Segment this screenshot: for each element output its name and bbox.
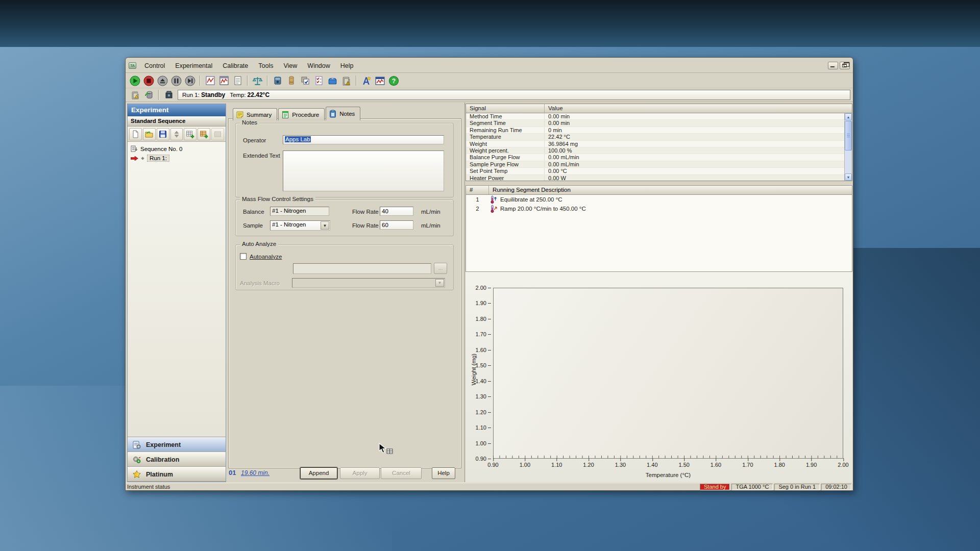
run-length-link[interactable]: 19.60 min. [241,469,270,477]
menu-item[interactable]: Control [139,61,170,71]
balance-flow-rate-input[interactable] [380,207,413,216]
balance-button[interactable] [251,74,264,87]
menu-item[interactable]: Calibrate [217,61,253,71]
segment-row[interactable]: 1 Equilibrate at 250.00 °C [466,195,852,204]
append-run-button[interactable] [198,128,210,140]
cooler-button[interactable] [326,74,339,87]
menu-items: ControlExperimentalCalibrateToolsViewWin… [139,61,359,71]
scroll-up-icon[interactable]: ▲ [845,113,852,120]
sample-flow-rate-input[interactable] [380,220,413,230]
window-content: Experiment Standard Sequence Sequence No… [126,103,853,483]
eject-icon [157,76,168,86]
insert-run-button[interactable] [184,128,197,140]
sequence-check-button[interactable] [298,74,312,87]
script-warning-icon [130,90,140,100]
instrument-button[interactable] [271,74,284,87]
scroll-down-icon[interactable]: ▼ [845,173,852,181]
script-status-button[interactable] [128,89,142,102]
table-row: Weight percent. 100.00 % [466,147,844,154]
y-tick-label: 1.60 [476,347,486,353]
menu-item[interactable]: View [278,61,302,71]
reorder-buttons[interactable] [170,128,183,140]
menu-item[interactable]: Experimental [170,61,217,71]
x-tick-label: 1.80 [774,462,785,468]
segment-row[interactable]: 2 Ramp 20.00 °C/min to 450.00 °C [466,204,852,213]
furnace-button[interactable] [284,74,298,87]
notes-group: Notes Operator Apps Lab Extended Text [235,123,454,197]
menu-item[interactable]: Help [335,61,359,71]
autoanalyze-checkbox[interactable] [240,253,247,260]
tree-run-label: Run 1: [147,155,169,162]
editor-footer: 01 19.60 min. Append Apply Cancel Help [227,467,463,480]
status-instrument: TGA 1000 °C [731,484,773,490]
segment-desc-header[interactable]: Running Segment Description [489,186,852,194]
new-sequence-button[interactable] [129,128,142,140]
x-tick-label: 1.20 [583,462,594,468]
analysis-a-icon [361,76,372,86]
scrollbar-thumb[interactable] [845,121,852,151]
balance-flow-unit: mL/min [421,209,440,215]
script-warning-button[interactable] [339,74,353,87]
menu-item[interactable]: Tools [253,61,278,71]
tab-summary[interactable]: Summary [233,108,277,120]
summary-note-icon [236,111,244,119]
step-button[interactable] [183,74,197,87]
x-tick-label: 1.00 [520,462,530,468]
sidebar-item-calibration[interactable]: Calibration [128,452,226,467]
furnace-small-icon [164,90,174,100]
pause-button[interactable] [169,74,183,87]
restore-icon [842,64,847,67]
save-floppy-icon [159,130,167,138]
sample-flow-rate-label: Flow Rate [352,222,379,229]
cancel-button: Cancel [381,467,422,479]
tree-item-run[interactable]: Run 1: [129,154,224,163]
signal-column-header[interactable]: Signal [466,104,545,113]
sequence-toolbar [128,127,226,142]
save-sequence-button[interactable] [157,128,169,140]
realtime-plot-button[interactable] [217,74,231,87]
segment-table-header: # Running Segment Description [466,186,852,195]
balance-gas-field[interactable]: #1 - Nitrogen [270,207,329,216]
y-tick-label: 1.30 [476,393,486,399]
signal-table-scrollbar[interactable]: ▲ ▼ [844,113,852,181]
menu-item[interactable]: Window [302,61,335,71]
status-left-text: Instrument status [126,484,700,490]
tab-notes[interactable]: Notes [326,107,360,120]
table-row: Sample Purge Flow 0.00 mL/min [466,161,844,168]
chevron-down-icon[interactable]: ▼ [321,221,329,230]
results-plot-button[interactable] [373,74,387,87]
stop-button[interactable] [142,74,156,87]
furnace-control-button[interactable] [162,89,176,102]
realtime-plot-icon [219,76,229,86]
signal-plot-button[interactable] [203,74,217,87]
tab-procedure[interactable]: Procedure [278,108,325,120]
tree-item-sequence[interactable]: Sequence No. 0 [129,144,224,154]
value-column-header[interactable]: Value [545,104,852,113]
database-refresh-icon [144,90,154,100]
operator-input[interactable]: Apps Lab [283,135,444,144]
open-sequence-button[interactable] [143,128,156,140]
append-button[interactable]: Append [300,467,337,479]
signal-table: Signal Value Method Time 0.00 min Segmen… [465,104,852,181]
help-footer-button[interactable]: Help [432,467,455,479]
refresh-database-button[interactable] [142,89,156,102]
segment-number-header[interactable]: # [466,186,489,194]
autoanalysis-button[interactable] [359,74,373,87]
run-editor-panel: Summary Procedure Notes Notes Operator A… [227,103,463,482]
checklist-button[interactable] [312,74,326,87]
sample-gas-select[interactable]: #1 - Nitrogen ▼ [270,220,330,231]
load-button[interactable] [156,74,169,87]
sidebar-item-experiment[interactable]: Experiment [128,437,226,452]
mass-flow-group: Mass Flow Control Settings Balance #1 - … [235,199,454,236]
start-button[interactable] [128,74,142,87]
minimize-button[interactable] [828,62,838,69]
help-button[interactable]: ? [387,74,401,87]
auto-analyze-legend: Auto Analyze [240,241,278,247]
extended-text-area[interactable] [283,151,444,191]
restore-button[interactable] [840,62,850,69]
sidebar-item-platinum[interactable]: Platinum [128,467,226,482]
table-row: Segment Time 0.00 min [466,120,844,127]
notes-clipboard-icon [329,110,337,118]
run-bullet-icon [141,157,144,160]
notes-button[interactable] [231,74,244,87]
